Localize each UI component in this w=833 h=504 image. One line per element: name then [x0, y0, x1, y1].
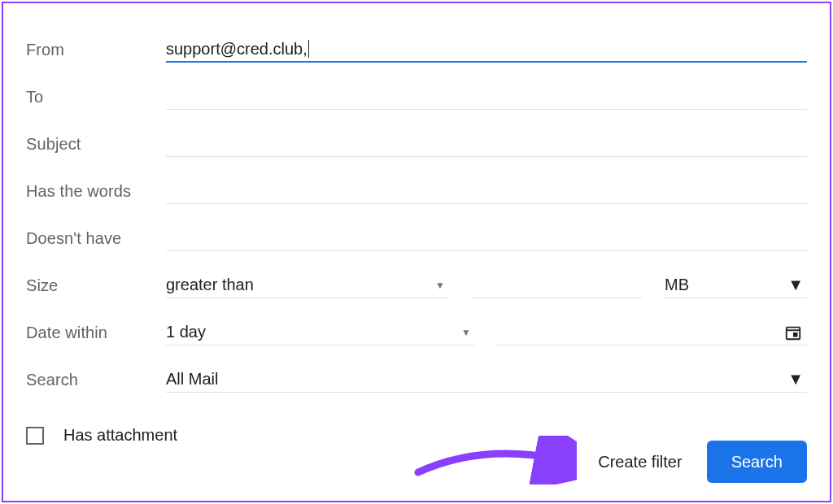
- size-value-input[interactable]: [471, 272, 642, 298]
- row-date-within: Date within 1 day ▼: [26, 309, 807, 356]
- row-subject: Subject: [26, 120, 807, 167]
- label-doesnt-have: Doesn't have: [26, 229, 166, 248]
- to-input[interactable]: [166, 84, 807, 110]
- search-button[interactable]: Search: [707, 441, 807, 483]
- label-subject: Subject: [26, 135, 166, 154]
- date-range-value: 1 day: [166, 323, 206, 341]
- from-input[interactable]: support@cred.club,: [166, 37, 807, 63]
- has-attachment-checkbox[interactable]: [26, 427, 44, 445]
- date-range-select[interactable]: 1 day ▼: [166, 319, 474, 345]
- size-unit-select[interactable]: MB ▼: [665, 272, 807, 298]
- svg-rect-2: [794, 332, 797, 336]
- calendar-icon: [784, 324, 802, 341]
- search-filter-dialog: From support@cred.club, To Subject Has t…: [2, 2, 831, 502]
- size-operator-select[interactable]: greater than ▼: [166, 272, 448, 298]
- size-unit-value: MB: [665, 276, 689, 294]
- row-has-words: Has the words: [26, 167, 807, 215]
- caret-down-icon: ▼: [787, 276, 804, 294]
- size-operator-value: greater than: [166, 276, 254, 294]
- search-in-select[interactable]: All Mail ▼: [166, 367, 807, 393]
- label-has-attachment: Has attachment: [63, 426, 177, 445]
- label-to: To: [26, 88, 166, 106]
- doesnt-have-input[interactable]: [166, 225, 807, 251]
- text-cursor: [308, 40, 309, 58]
- label-date-within: Date within: [26, 324, 166, 342]
- row-search: Search All Mail ▼: [26, 356, 807, 403]
- search-in-value: All Mail: [166, 370, 218, 389]
- row-from: From support@cred.club,: [26, 26, 807, 73]
- caret-down-icon: ▼: [435, 280, 445, 291]
- date-picker-input[interactable]: [497, 319, 807, 345]
- has-words-input[interactable]: [166, 178, 807, 204]
- label-search: Search: [26, 371, 166, 389]
- row-size: Size greater than ▼ MB ▼: [26, 262, 807, 309]
- label-has-words: Has the words: [26, 182, 166, 201]
- from-value: support@cred.club,: [166, 40, 307, 59]
- label-size: Size: [26, 276, 166, 295]
- dialog-footer: Create filter Search: [598, 441, 807, 483]
- label-from: From: [26, 41, 166, 59]
- row-doesnt-have: Doesn't have: [26, 215, 807, 262]
- caret-down-icon: ▼: [461, 327, 471, 338]
- row-to: To: [26, 73, 807, 120]
- create-filter-link[interactable]: Create filter: [598, 453, 682, 471]
- caret-down-icon: ▼: [787, 370, 804, 389]
- subject-input[interactable]: [166, 131, 807, 157]
